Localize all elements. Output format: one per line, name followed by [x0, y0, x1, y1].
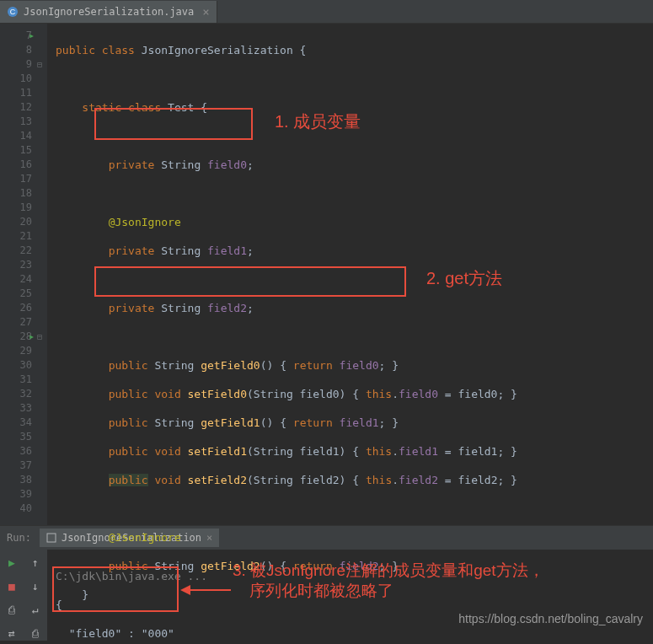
line-number: 35 [0, 430, 32, 444]
line-number: 28 [0, 330, 32, 344]
line-number: 33 [0, 401, 32, 416]
line-number: 29 [0, 344, 32, 358]
down-icon[interactable]: ↓ [28, 578, 43, 593]
console-line: "field0" : "000" [56, 626, 645, 641]
java-class-icon: C [7, 6, 19, 18]
line-number: 17 [0, 172, 32, 186]
line-number: 14 [0, 129, 32, 143]
code-area[interactable]: public class JsonIgnoreSerialization { s… [47, 24, 517, 525]
tab-filename: JsonIgnoreSerialization.java [24, 6, 194, 18]
stop-button[interactable]: ■ [4, 578, 19, 593]
rerun-button[interactable]: ▶ [4, 555, 19, 570]
line-number: 26 [0, 301, 32, 315]
line-number: 8 [0, 43, 32, 57]
line-number: 11 [0, 86, 32, 100]
line-number: 19 [0, 201, 32, 215]
fold-icon[interactable]: ⊟ [37, 57, 42, 72]
watermark: https://blog.csdn.net/boling_cavalry [458, 612, 643, 625]
run-label: Run: [7, 532, 31, 544]
line-number: 12 [0, 100, 32, 115]
line-number: 18 [0, 186, 32, 201]
line-number: 16 [0, 158, 32, 172]
line-number: 10 [0, 72, 32, 86]
camera-icon[interactable]: ⎙ [4, 602, 19, 617]
annotation-label-3b: 序列化时都被忽略了 [249, 583, 393, 598]
svg-marker-4 [180, 585, 190, 595]
line-number: 38 [0, 473, 32, 487]
close-tab-icon[interactable]: × [202, 5, 209, 19]
line-number: 7 [0, 29, 32, 43]
line-number: 15 [0, 143, 32, 158]
line-number: 9 [0, 57, 32, 72]
line-number: 25 [0, 287, 32, 301]
line-number: 22 [0, 244, 32, 258]
up-icon[interactable]: ↑ [28, 555, 43, 570]
line-gutter: ▸ ⊟ ▸ ⊟ 7 8 9 10 11 12 13 14 15 16 17 18… [0, 24, 47, 525]
annotation-label-1: 1. 成员变量 [275, 115, 361, 129]
line-number: 24 [0, 272, 32, 287]
fold-icon[interactable]: ⊟ [37, 330, 42, 344]
line-number: 39 [0, 487, 32, 502]
run-toolbar-right: ↑ ↓ ↵ ⎙ [24, 550, 47, 641]
line-number: 27 [0, 315, 32, 330]
line-number: 30 [0, 358, 32, 373]
run-gutter-icon[interactable]: ▸ [29, 29, 35, 43]
arrow-icon [180, 582, 231, 598]
wrap-icon[interactable]: ↵ [28, 602, 43, 617]
line-number: 23 [0, 258, 32, 272]
line-number: 21 [0, 229, 32, 244]
line-number: 31 [0, 373, 32, 387]
settings-icon[interactable]: ⇄ [4, 625, 19, 641]
console-output[interactable]: C:\jdk\bin\java.exe ... { "field0" : "00… [47, 550, 653, 641]
code-editor: ▸ ⊟ ▸ ⊟ 7 8 9 10 11 12 13 14 15 16 17 18… [0, 24, 653, 525]
console-line: C:\jdk\bin\java.exe ... [56, 569, 645, 583]
editor-tab-bar: C JsonIgnoreSerialization.java × [0, 0, 653, 24]
console-line: { [56, 598, 645, 612]
line-number: 36 [0, 444, 32, 459]
line-number: 32 [0, 387, 32, 401]
svg-rect-2 [47, 534, 56, 542]
run-gutter-icon[interactable]: ▸ [29, 330, 35, 344]
line-number: 37 [0, 459, 32, 473]
run-body: ▶ ■ ⎙ ⇄ ↑ ↓ ↵ ⎙ C:\jdk\bin\java.exe ... … [0, 550, 653, 641]
run-toolbar-left: ▶ ■ ⎙ ⇄ [0, 550, 24, 641]
svg-text:C: C [10, 8, 16, 16]
file-tab[interactable]: C JsonIgnoreSerialization.java × [0, 1, 217, 23]
line-number: 20 [0, 215, 32, 229]
line-number: 34 [0, 416, 32, 430]
print-icon[interactable]: ⎙ [28, 625, 43, 641]
line-number: 13 [0, 115, 32, 129]
line-number: 40 [0, 502, 32, 516]
